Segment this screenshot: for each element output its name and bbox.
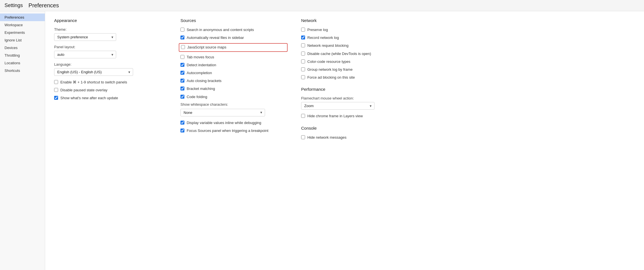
- sidebar-item-workspace[interactable]: Workspace: [0, 21, 45, 29]
- autocompletion-checkbox[interactable]: [180, 71, 184, 75]
- sidebar-item-ignore-list[interactable]: Ignore List: [0, 36, 45, 44]
- panel-layout-select-wrapper: auto horizontal vertical ▼: [54, 51, 116, 58]
- checkbox-reveal-files: Automatically reveal files in sidebar: [180, 35, 288, 40]
- show-whats-new-label: Show what's new after each update: [60, 96, 118, 101]
- hide-network-messages-checkbox[interactable]: [301, 135, 305, 139]
- sidebar-label-throttling: Throttling: [5, 53, 20, 57]
- sidebar-label-ignore-list: Ignore List: [5, 38, 22, 42]
- sidebar-item-throttling[interactable]: Throttling: [0, 52, 45, 59]
- flamechart-select[interactable]: Zoom Scroll: [301, 102, 374, 110]
- language-select[interactable]: English (US) - English (US): [54, 68, 133, 76]
- color-code-label: Color-code resource types: [307, 59, 350, 64]
- checkbox-network-blocking: Network request blocking: [301, 43, 403, 48]
- hide-network-messages-label: Hide network messages: [307, 135, 347, 140]
- disable-overlay-checkbox[interactable]: [54, 88, 58, 92]
- checkbox-force-ad-blocking: Force ad blocking on this site: [301, 75, 403, 80]
- checkbox-search-anon: Search in anonymous and content scripts: [180, 27, 288, 32]
- sidebar-item-preferences[interactable]: → Preferences: [0, 14, 45, 21]
- checkbox-detect-indent: Detect indentation: [180, 63, 288, 68]
- display-inline-label: Display variable values inline while deb…: [187, 120, 261, 125]
- theme-select[interactable]: System preference Default Dark Light: [54, 33, 116, 41]
- sidebar-item-shortcuts[interactable]: Shortcuts: [0, 67, 45, 74]
- focus-sources-checkbox[interactable]: [180, 129, 184, 132]
- sidebar-item-locations[interactable]: Locations: [0, 59, 45, 67]
- checkbox-display-inline: Display variable values inline while deb…: [180, 120, 288, 125]
- network-title: Network: [301, 18, 403, 23]
- checkbox-focus-sources: Focus Sources panel when triggering a br…: [180, 128, 288, 133]
- network-blocking-checkbox[interactable]: [301, 43, 305, 47]
- checkbox-hide-network-messages: Hide network messages: [301, 135, 403, 140]
- hide-chrome-frame-label: Hide chrome frame in Layers view: [307, 114, 363, 119]
- flamechart-label: Flamechart mouse wheel action:: [301, 96, 403, 100]
- checkbox-group-network: Group network log by frame: [301, 67, 403, 72]
- sidebar-label-devices: Devices: [5, 46, 17, 50]
- appearance-section: Appearance Theme: System preference Defa…: [54, 18, 167, 263]
- auto-closing-label: Auto closing brackets: [187, 78, 222, 83]
- group-network-checkbox[interactable]: [301, 67, 305, 71]
- sidebar-label-shortcuts: Shortcuts: [5, 68, 20, 73]
- checkbox-show-whats-new: Show what's new after each update: [54, 96, 167, 101]
- group-network-label: Group network log by frame: [307, 67, 352, 72]
- sidebar: → Preferences Workspace Experiments Igno…: [0, 11, 45, 270]
- reveal-files-checkbox[interactable]: [180, 36, 184, 39]
- language-label: Language:: [54, 62, 167, 67]
- sidebar-label-workspace: Workspace: [5, 23, 23, 27]
- sidebar-label-locations: Locations: [5, 61, 20, 65]
- checkbox-cmd-shortcut: Enable ⌘ + 1-9 shortcut to switch panels: [54, 80, 167, 85]
- force-ad-blocking-checkbox[interactable]: [301, 75, 305, 79]
- theme-group: Theme: System preference Default Dark Li…: [54, 27, 167, 41]
- search-anon-checkbox[interactable]: [180, 28, 184, 32]
- flamechart-group: Flamechart mouse wheel action: Zoom Scro…: [301, 96, 403, 110]
- force-ad-blocking-label: Force ad blocking on this site: [307, 75, 355, 80]
- js-source-maps-checkbox[interactable]: [181, 45, 185, 49]
- display-inline-checkbox[interactable]: [180, 121, 184, 125]
- focus-sources-label: Focus Sources panel when triggering a br…: [187, 128, 268, 133]
- sidebar-label-preferences: Preferences: [5, 15, 24, 19]
- disable-cache-checkbox[interactable]: [301, 52, 305, 56]
- record-network-checkbox[interactable]: [301, 36, 305, 39]
- hide-chrome-frame-checkbox[interactable]: [301, 114, 305, 118]
- tab-focus-checkbox[interactable]: [180, 55, 184, 59]
- sidebar-item-experiments[interactable]: Experiments: [0, 29, 45, 36]
- checkbox-tab-focus: Tab moves focus: [180, 55, 288, 60]
- code-folding-checkbox[interactable]: [180, 95, 184, 99]
- whitespace-select[interactable]: None All Trailing: [180, 109, 265, 116]
- network-performance-section: Network Preserve log Record network log …: [301, 18, 403, 263]
- sidebar-item-devices[interactable]: Devices: [0, 44, 45, 52]
- main-layout: → Preferences Workspace Experiments Igno…: [0, 11, 644, 270]
- sources-section: Sources Search in anonymous and content …: [180, 18, 288, 263]
- auto-closing-checkbox[interactable]: [180, 79, 184, 83]
- whitespace-group: Show whitespace characters: None All Tra…: [180, 102, 288, 116]
- preserve-log-label: Preserve log: [307, 27, 328, 32]
- disable-cache-label: Disable cache (while DevTools is open): [307, 51, 371, 56]
- autocompletion-label: Autocompletion: [187, 70, 212, 76]
- checkbox-disable-cache: Disable cache (while DevTools is open): [301, 51, 403, 56]
- js-source-maps-label: JavaScript source maps: [187, 45, 226, 50]
- network-blocking-label: Network request blocking: [307, 43, 349, 48]
- show-whats-new-checkbox[interactable]: [54, 96, 58, 100]
- panel-layout-label: Panel layout:: [54, 45, 167, 49]
- detect-indent-checkbox[interactable]: [180, 63, 184, 67]
- appearance-title: Appearance: [54, 18, 167, 23]
- checkbox-preserve-log: Preserve log: [301, 27, 403, 32]
- panel-layout-select[interactable]: auto horizontal vertical: [54, 51, 116, 58]
- record-network-label: Record network log: [307, 35, 339, 40]
- whitespace-label: Show whitespace characters:: [180, 102, 288, 107]
- checkbox-color-code: Color-code resource types: [301, 59, 403, 64]
- cmd-shortcut-label: Enable ⌘ + 1-9 shortcut to switch panels: [60, 80, 127, 85]
- search-anon-label: Search in anonymous and content scripts: [187, 27, 254, 32]
- color-code-checkbox[interactable]: [301, 59, 305, 63]
- page-title: Preferences: [28, 2, 59, 9]
- checkbox-auto-closing: Auto closing brackets: [180, 78, 288, 83]
- checkbox-hide-chrome-frame: Hide chrome frame in Layers view: [301, 114, 403, 119]
- cmd-shortcut-checkbox[interactable]: [54, 80, 58, 84]
- preserve-log-checkbox[interactable]: [301, 28, 305, 32]
- tab-focus-label: Tab moves focus: [187, 55, 214, 60]
- bracket-match-checkbox[interactable]: [180, 87, 184, 90]
- performance-section: Performance Flamechart mouse wheel actio…: [301, 87, 403, 119]
- theme-select-wrapper: System preference Default Dark Light ▼: [54, 33, 116, 41]
- detect-indent-label: Detect indentation: [187, 63, 216, 68]
- console-section: Console Hide network messages: [301, 126, 403, 140]
- language-select-wrapper: English (US) - English (US) ▼: [54, 68, 133, 76]
- console-title: Console: [301, 126, 403, 130]
